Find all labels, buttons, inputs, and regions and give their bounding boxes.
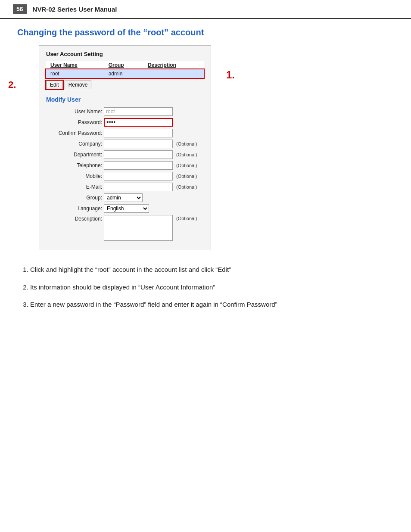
group-label: Group: <box>46 195 102 201</box>
step-2-label: 2. <box>8 79 16 90</box>
language-label: Language: <box>46 205 102 212</box>
col-group: Group <box>104 61 143 69</box>
email-optional: (Optional) <box>176 184 197 190</box>
mobile-optional: (Optional) <box>176 174 197 179</box>
username-label: User Name: <box>46 109 102 115</box>
password-label: Password: <box>46 119 102 125</box>
account-table: User Name Group Description root admin <box>46 61 204 78</box>
description-label: Description: <box>46 215 102 222</box>
description-optional: (Optional) <box>176 215 197 221</box>
col-description: Description <box>143 61 204 69</box>
telephone-input[interactable] <box>104 161 173 170</box>
modify-user-section: Modify User User Name: Password: Confirm… <box>46 96 204 241</box>
col-username: User Name <box>46 61 104 69</box>
telephone-label: Telephone: <box>46 162 102 168</box>
manual-title: NVR-02 Series User Manual <box>33 6 117 13</box>
cell-description <box>143 69 204 78</box>
edit-button[interactable]: Edit <box>46 81 63 89</box>
ui-box-title: User Account Setting <box>46 51 204 57</box>
company-input[interactable] <box>104 140 173 148</box>
mobile-input[interactable] <box>104 172 173 180</box>
remove-button[interactable]: Remove <box>65 81 92 89</box>
description-textarea[interactable] <box>104 215 173 241</box>
step-1-label: 1. <box>226 69 235 81</box>
department-optional: (Optional) <box>176 152 197 157</box>
confirm-password-input[interactable] <box>104 129 173 137</box>
page-header: 56 NVR-02 Series User Manual <box>0 0 411 19</box>
step-2-instruction: Its information should be displayed in “… <box>30 283 394 292</box>
email-input[interactable] <box>104 183 173 191</box>
language-select[interactable]: English <box>104 204 149 213</box>
department-label: Department: <box>46 152 102 158</box>
section-title: Changing the password of the “root” acco… <box>17 28 394 37</box>
group-select[interactable]: admin <box>104 193 143 202</box>
company-label: Company: <box>46 141 102 147</box>
confirm-password-label: Confirm Password: <box>46 130 102 136</box>
modify-user-title: Modify User <box>46 96 204 103</box>
step-3-instruction: Enter a new password in the “Password” f… <box>30 300 394 310</box>
mobile-label: Mobile: <box>46 173 102 179</box>
password-input[interactable] <box>104 118 173 127</box>
email-label: E-Mail: <box>46 184 102 190</box>
step-1-instruction: Click and highlight the “root” account i… <box>30 265 394 275</box>
company-optional: (Optional) <box>176 141 197 146</box>
username-input[interactable] <box>104 107 173 116</box>
table-row[interactable]: root admin <box>46 69 204 78</box>
department-input[interactable] <box>104 150 173 159</box>
page-number: 56 <box>13 4 27 14</box>
ui-screenshot: User Account Setting User Name Group Des… <box>39 45 211 250</box>
telephone-optional: (Optional) <box>176 163 197 168</box>
instructions-list: Click and highlight the “root” account i… <box>22 265 394 310</box>
cell-username: root <box>46 69 104 78</box>
cell-group: admin <box>104 69 143 78</box>
